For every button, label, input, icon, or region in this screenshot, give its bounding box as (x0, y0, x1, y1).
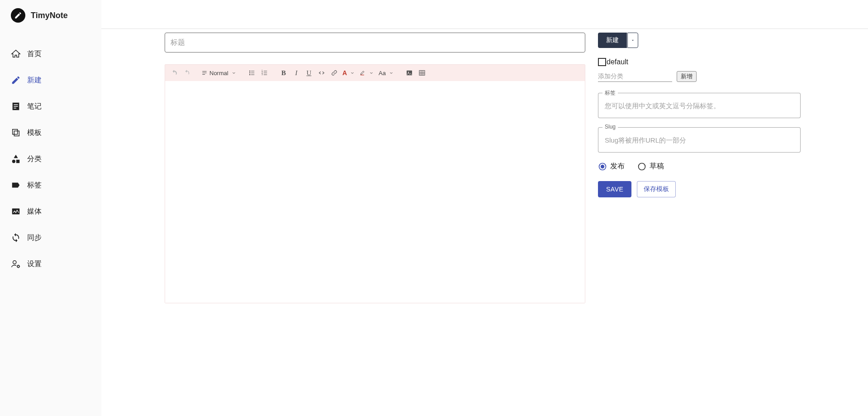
nav-new-label: 新建 (27, 76, 42, 85)
svg-point-2 (12, 160, 15, 163)
new-button-dropdown[interactable] (627, 33, 638, 48)
editor-wrap: Normal 123 B I U A (165, 64, 585, 303)
svg-rect-1 (13, 129, 18, 134)
format-dropdown[interactable]: Normal (199, 69, 239, 77)
status-radio-group: 发布 草稿 (598, 162, 801, 171)
radio-publish[interactable]: 发布 (598, 162, 625, 171)
side-panel: 新建 default 新增 标签 (598, 33, 801, 303)
new-button[interactable]: 新建 (598, 33, 627, 48)
settings-icon (11, 259, 21, 269)
sidebar: TimyNote 首页 新建 笔记 (0, 0, 101, 416)
editor-toolbar: Normal 123 B I U A (165, 65, 585, 81)
save-button[interactable]: SAVE (598, 181, 631, 197)
radio-draft[interactable]: 草稿 (637, 162, 664, 171)
nav-tags[interactable]: 标签 (0, 172, 101, 198)
svg-rect-3 (16, 160, 19, 163)
tags-field: 标签 (598, 93, 801, 118)
svg-point-19 (639, 163, 645, 170)
font-size-label: Aa (379, 70, 386, 77)
link-button[interactable] (328, 67, 341, 79)
code-button[interactable] (315, 67, 328, 79)
editor-textarea[interactable] (165, 81, 585, 303)
brand-logo-icon (11, 8, 25, 23)
underline-button[interactable]: U (303, 67, 315, 79)
svg-rect-0 (14, 131, 19, 136)
nav-media[interactable]: 媒体 (0, 198, 101, 225)
pencil-icon (11, 75, 21, 85)
add-category-button[interactable]: 新增 (677, 71, 697, 82)
brand: TimyNote (0, 8, 101, 31)
nav-settings[interactable]: 设置 (0, 251, 101, 277)
default-checkbox[interactable] (598, 58, 606, 66)
nav: 首页 新建 笔记 模板 (0, 31, 101, 277)
new-split-button: 新建 (598, 33, 801, 48)
main: Normal 123 B I U A (101, 0, 868, 416)
topbar (101, 0, 868, 29)
svg-point-9 (249, 74, 250, 75)
nav-sync[interactable]: 同步 (0, 225, 101, 251)
svg-rect-4 (12, 209, 20, 215)
radio-checked-icon (598, 162, 607, 171)
radio-unchecked-icon (637, 162, 646, 171)
svg-point-7 (249, 71, 250, 72)
nav-categories-label: 分类 (27, 154, 42, 164)
chevron-down-icon (349, 69, 356, 77)
nav-new[interactable]: 新建 (0, 67, 101, 93)
chevron-down-icon (230, 69, 237, 77)
image-button[interactable] (403, 67, 416, 79)
default-checkbox-row: default (598, 58, 801, 66)
content: Normal 123 B I U A (101, 29, 868, 303)
nav-notes-label: 笔记 (27, 102, 42, 111)
font-color-dropdown[interactable]: A (341, 69, 358, 77)
title-input[interactable] (165, 33, 585, 53)
redo-button[interactable] (180, 67, 193, 79)
tag-icon (11, 180, 21, 190)
slug-label: Slug (602, 124, 618, 130)
nav-templates[interactable]: 模板 (0, 120, 101, 146)
highlight-dropdown[interactable] (358, 69, 377, 77)
save-template-button[interactable]: 保存模板 (637, 181, 676, 197)
svg-point-8 (249, 72, 250, 73)
shapes-icon (11, 154, 21, 164)
svg-rect-14 (407, 71, 412, 76)
add-category-row: 新增 (598, 71, 801, 82)
undo-button[interactable] (168, 67, 180, 79)
nav-categories[interactable]: 分类 (0, 146, 101, 172)
home-icon (11, 49, 21, 59)
editor-column: Normal 123 B I U A (165, 33, 585, 303)
tags-input[interactable] (598, 93, 801, 118)
nav-home[interactable]: 首页 (0, 41, 101, 67)
slug-input[interactable] (598, 127, 801, 153)
notes-icon (11, 101, 21, 111)
italic-button[interactable]: I (290, 67, 303, 79)
nav-templates-label: 模板 (27, 128, 42, 138)
radio-publish-label: 发布 (610, 162, 625, 171)
brand-name: TimyNote (31, 11, 68, 20)
media-icon (11, 206, 21, 216)
radio-draft-label: 草稿 (650, 162, 664, 171)
format-label: Normal (209, 70, 228, 77)
svg-rect-13 (360, 75, 364, 75)
nav-notes[interactable]: 笔记 (0, 93, 101, 120)
save-row: SAVE 保存模板 (598, 181, 801, 197)
tags-label: 标签 (602, 89, 618, 97)
svg-point-6 (17, 265, 19, 268)
svg-point-5 (13, 261, 16, 264)
nav-home-label: 首页 (27, 49, 42, 59)
nav-media-label: 媒体 (27, 207, 42, 216)
font-size-dropdown[interactable]: Aa (377, 69, 397, 77)
bold-button[interactable]: B (277, 67, 290, 79)
add-category-input[interactable] (598, 71, 672, 82)
svg-rect-16 (419, 71, 425, 76)
sync-icon (11, 233, 21, 243)
nav-tags-label: 标签 (27, 181, 42, 190)
chevron-down-icon (388, 69, 395, 77)
nav-settings-label: 设置 (27, 259, 42, 269)
caret-down-icon (631, 38, 635, 43)
chevron-down-icon (368, 69, 375, 77)
table-button[interactable] (416, 67, 428, 79)
copy-icon (11, 128, 21, 138)
slug-field: Slug (598, 127, 801, 153)
number-list-button[interactable]: 123 (258, 67, 271, 79)
bullet-list-button[interactable] (246, 67, 258, 79)
